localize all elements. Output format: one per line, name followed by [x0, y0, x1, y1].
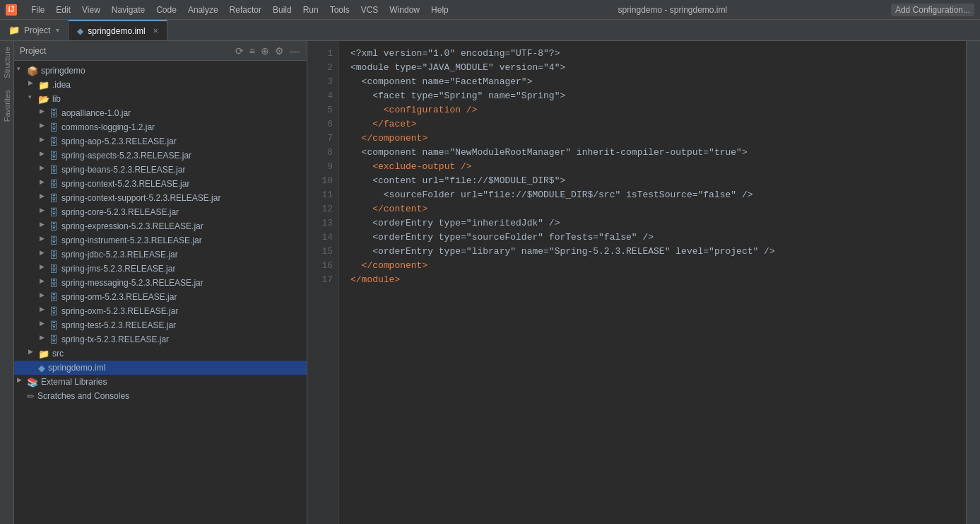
tree-arrow: ▶ [40, 164, 49, 175]
tree-item-spring-instrument[interactable]: ▶ 🗄 spring-instrument-5.2.3.RELEASE.jar [14, 233, 307, 248]
code-line-13: <orderEntry type="inheritedJdk" /> [350, 216, 955, 231]
add-configuration-button[interactable]: Add Configuration... [891, 4, 974, 16]
project-tab-label: Project [24, 25, 50, 35]
scroll-to-icon[interactable]: ⊕ [259, 44, 271, 58]
tab-close-button[interactable]: ✕ [153, 27, 158, 35]
tree-arrow: ▶ [40, 249, 49, 260]
tree-arrow [28, 362, 38, 373]
project-panel-header: Project ⟳ ≡ ⊕ ⚙ — [14, 41, 307, 61]
tree-node-label: spring-context-5.2.3.RELEASE.jar [61, 179, 189, 189]
line-number-15: 15 [313, 245, 333, 259]
tree-item-spring-expression[interactable]: ▶ 🗄 spring-expression-5.2.3.RELEASE.jar [14, 219, 307, 233]
tree-arrow: ▶ [40, 107, 49, 119]
tree-node-label: spring-expression-5.2.3.RELEASE.jar [61, 221, 203, 231]
tree-item-spring-jdbc[interactable]: ▶ 🗄 spring-jdbc-5.2.3.RELEASE.jar [14, 248, 307, 262]
tree-arrow: ▶ [40, 305, 49, 317]
tree-item-lib[interactable]: ▾ 📂 lib [14, 92, 307, 106]
tree-node-icon: 🗄 [49, 235, 59, 246]
minimize-icon[interactable]: — [288, 44, 301, 58]
tree-arrow: ▶ [17, 376, 27, 388]
tree-arrow: ▶ [40, 334, 49, 345]
tree-arrow: ▶ [40, 122, 49, 133]
tree-node-label: spring-orm-5.2.3.RELEASE.jar [61, 292, 177, 302]
tree-item-spring-oxm[interactable]: ▶ 🗄 spring-oxm-5.2.3.RELEASE.jar [14, 304, 307, 318]
code-line-3: <component name="FacetManager"> [350, 75, 955, 89]
menu-view[interactable]: View [76, 4, 106, 16]
tree-item-src[interactable]: ▶ 📁 src [14, 347, 307, 361]
tree-item-spring-test[interactable]: ▶ 🗄 spring-test-5.2.3.RELEASE.jar [14, 318, 307, 332]
settings-icon[interactable]: ⚙ [273, 44, 285, 58]
tree-arrow: ▶ [28, 348, 38, 359]
tree-node-label: lib [52, 94, 61, 104]
code-line-14: <orderEntry type="sourceFolder" forTests… [350, 231, 955, 245]
sync-icon[interactable]: ⟳ [234, 44, 245, 58]
tree-arrow: ▾ [28, 93, 38, 105]
code-line-7: </component> [350, 132, 955, 146]
tree-node-icon: ✏ [27, 391, 35, 402]
tree-item-spring-messaging[interactable]: ▶ 🗄 spring-messaging-5.2.3.RELEASE.jar [14, 276, 307, 290]
structure-label[interactable]: Structure [3, 41, 11, 84]
tree-item-spring-aspects[interactable]: ▶ 🗄 spring-aspects-5.2.3.RELEASE.jar [14, 149, 307, 163]
menu-help[interactable]: Help [425, 4, 454, 16]
menu-navigate[interactable]: Navigate [106, 4, 150, 16]
tree-item-spring-tx[interactable]: ▶ 🗄 spring-tx-5.2.3.RELEASE.jar [14, 332, 307, 347]
tree-item-springdemo-root[interactable]: ▾ 📦 springdemo [14, 64, 307, 78]
tree-item-spring-aop[interactable]: ▶ 🗄 spring-aop-5.2.3.RELEASE.jar [14, 134, 307, 149]
tree-arrow: ▶ [40, 178, 49, 190]
favorites-label[interactable]: Favorites [3, 84, 11, 127]
tree-item-springdemo-iml[interactable]: ◆ springdemo.iml [14, 361, 307, 375]
collapse-all-icon[interactable]: ≡ [248, 44, 256, 58]
tree-item-scratches[interactable]: ✏ Scratches and Consoles [14, 389, 307, 403]
tree-node-icon: 📚 [27, 377, 38, 388]
tree-item-external-libraries[interactable]: ▶ 📚 External Libraries [14, 375, 307, 389]
tree-item-spring-context[interactable]: ▶ 🗄 spring-context-5.2.3.RELEASE.jar [14, 177, 307, 191]
tree-node-label: spring-aspects-5.2.3.RELEASE.jar [61, 151, 191, 161]
menu-refactor[interactable]: Refactor [224, 4, 267, 16]
menu-edit[interactable]: Edit [50, 4, 76, 16]
line-number-1: 1 [313, 47, 333, 61]
project-panel-tab[interactable]: 📁 Project ▾ [0, 20, 69, 40]
tree-node-icon: 🗄 [49, 320, 59, 331]
tree-item-aopalliance[interactable]: ▶ 🗄 aopalliance-1.0.jar [14, 106, 307, 120]
code-line-6: </facet> [350, 117, 955, 132]
tree-arrow: ▶ [40, 320, 49, 331]
tree-item-spring-beans[interactable]: ▶ 🗄 spring-beans-5.2.3.RELEASE.jar [14, 163, 307, 177]
code-editor[interactable]: <?xml version="1.0" encoding="UTF-8"?><m… [339, 41, 966, 524]
menu-run[interactable]: Run [297, 4, 324, 16]
tree-node-icon: 🗄 [49, 136, 59, 147]
tree-item-spring-context-support[interactable]: ▶ 🗄 spring-context-support-5.2.3.RELEASE… [14, 191, 307, 205]
file-tab-springdemo-iml[interactable]: ◆ springdemo.iml ✕ [69, 20, 167, 40]
line-number-17: 17 [313, 273, 333, 287]
tree-node-icon: 🗄 [49, 122, 59, 133]
tree-item-spring-core[interactable]: ▶ 🗄 spring-core-5.2.3.RELEASE.jar [14, 205, 307, 219]
tree-item-spring-jms[interactable]: ▶ 🗄 spring-jms-5.2.3.RELEASE.jar [14, 262, 307, 276]
tree-item-commons-logging[interactable]: ▶ 🗄 commons-logging-1.2.jar [14, 120, 307, 134]
tree-node-label: spring-context-support-5.2.3.RELEASE.jar [61, 193, 220, 203]
folder-icon: 📁 [8, 25, 20, 35]
tree-node-icon: 📁 [38, 349, 49, 359]
line-number-7: 7 [313, 132, 333, 146]
tree-item-idea[interactable]: ▶ 📁 .idea [14, 78, 307, 92]
tree-item-spring-orm[interactable]: ▶ 🗄 spring-orm-5.2.3.RELEASE.jar [14, 290, 307, 304]
line-number-11: 11 [313, 188, 333, 202]
tree-node-label: spring-oxm-5.2.3.RELEASE.jar [61, 306, 178, 316]
line-number-2: 2 [313, 61, 333, 75]
tree-node-label: aopalliance-1.0.jar [61, 108, 131, 118]
project-dropdown-icon[interactable]: ▾ [56, 26, 59, 34]
menu-code[interactable]: Code [150, 4, 182, 16]
line-number-6: 6 [313, 117, 333, 132]
tree-node-label: spring-instrument-5.2.3.RELEASE.jar [61, 235, 202, 245]
menu-window[interactable]: Window [384, 4, 425, 16]
menu-analyze[interactable]: Analyze [182, 4, 224, 16]
line-number-5: 5 [313, 103, 333, 117]
menu-file[interactable]: File [25, 4, 50, 16]
line-number-12: 12 [313, 202, 333, 216]
editor-content: 1234567891011121314151617 <?xml version=… [307, 41, 966, 524]
menu-build[interactable]: Build [267, 4, 297, 16]
tree-arrow: ▶ [40, 263, 49, 274]
tree-node-label: .idea [52, 80, 71, 90]
title-bar: IJ File Edit View Navigate Code Analyze … [0, 0, 980, 20]
menu-vcs[interactable]: VCS [355, 4, 384, 16]
menu-tools[interactable]: Tools [324, 4, 355, 16]
tree-node-icon: 🗄 [49, 306, 59, 317]
